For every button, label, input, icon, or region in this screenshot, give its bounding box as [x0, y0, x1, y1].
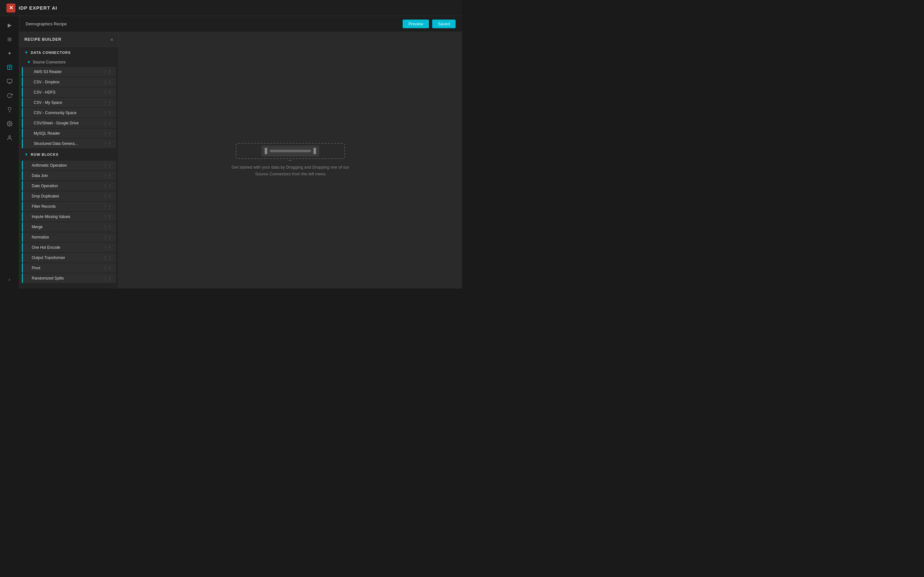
- connector-csv-google-drive[interactable]: CSV/Sheet - Google Drive ⋮⋮: [22, 118, 116, 128]
- recipe-name: Demographics Recipe: [26, 21, 67, 26]
- block-one-hot-encode-label: One Hot Encode: [32, 245, 60, 250]
- block-merge[interactable]: Merge ⋮⋮: [22, 222, 116, 232]
- recipe-builder-title: RECIPE BUILDER: [24, 37, 61, 42]
- block-drop-duplicates[interactable]: Drop Duplicates ⋮⋮: [22, 191, 116, 201]
- drag-handle: ⋮⋮: [103, 235, 112, 240]
- row-blocks-list: Arithmetic Operation ⋮⋮ Data Join ⋮⋮ Dat…: [19, 161, 118, 283]
- block-date-operation-label: Date Operation: [32, 184, 58, 188]
- nav-expand-icon[interactable]: ›: [4, 274, 15, 285]
- nav-star-icon[interactable]: ✦: [4, 47, 15, 59]
- block-filter-records-label: Filter Records: [32, 204, 56, 209]
- block-output-transformer-label: Output Transformer: [32, 255, 65, 260]
- block-date-operation[interactable]: Date Operation ⋮⋮: [22, 181, 116, 191]
- connector-structured-data-label: Structured Data Genera...: [34, 141, 78, 146]
- block-data-join[interactable]: Data Join ⋮⋮: [22, 171, 116, 181]
- hint-line1: Get started with your data by Dragging a…: [232, 164, 349, 171]
- subsection-source-connectors[interactable]: ▼ Source Connectors: [19, 58, 118, 66]
- recipe-sidebar: RECIPE BUILDER « ▼ DATA CONNECTORS ▼ Sou…: [19, 32, 119, 288]
- block-pivot[interactable]: Pivot ⋮⋮: [22, 263, 116, 273]
- svg-point-10: [9, 135, 11, 137]
- svg-rect-4: [7, 79, 12, 83]
- connector-aws-s3-label: AWS S3 Reader: [34, 69, 62, 74]
- header-actions: Preview Saved: [403, 19, 456, 28]
- block-arithmetic[interactable]: Arithmetic Operation ⋮⋮: [22, 161, 116, 170]
- dragging-block-content: [270, 150, 311, 152]
- saved-button[interactable]: Saved: [432, 19, 456, 28]
- connector-csv-myspace[interactable]: CSV - My Space ⋮⋮: [22, 98, 116, 107]
- drop-zone[interactable]: ↔: [236, 143, 345, 159]
- drag-handle: ⋮⋮: [103, 224, 112, 229]
- dragging-block-end: [313, 148, 316, 154]
- nav-user-icon[interactable]: [4, 132, 15, 143]
- section-data-connectors-label: DATA CONNECTORS: [31, 51, 71, 55]
- svg-point-9: [9, 123, 10, 125]
- drag-handle: ⋮⋮: [103, 100, 112, 105]
- connector-aws-s3[interactable]: AWS S3 Reader ⋮⋮: [22, 67, 116, 77]
- block-randomized-splits-label: Randomized Splits: [32, 276, 64, 280]
- drag-handle: ⋮⋮: [103, 214, 112, 219]
- block-data-join-label: Data Join: [32, 173, 48, 178]
- connector-mysql[interactable]: MySQL Reader ⋮⋮: [22, 129, 116, 138]
- block-pivot-label: Pivot: [32, 266, 40, 270]
- block-one-hot-encode[interactable]: One Hot Encode ⋮⋮: [22, 243, 116, 252]
- nav-monitor-icon[interactable]: [4, 76, 15, 87]
- connector-csv-hdfs-label: CSV - HDFS: [34, 90, 55, 95]
- connector-csv-dropbox-label: CSV - Dropbox: [34, 80, 60, 84]
- block-output-transformer[interactable]: Output Transformer ⋮⋮: [22, 253, 116, 263]
- drag-handle: ⋮⋮: [103, 163, 112, 168]
- nav-grid-icon[interactable]: ⊞: [4, 33, 15, 45]
- main-row: RECIPE BUILDER « ▼ DATA CONNECTORS ▼ Sou…: [19, 32, 462, 288]
- app-title: IDP EXPERT AI: [19, 5, 57, 11]
- app-logo: ✕: [6, 3, 15, 13]
- section-row-blocks[interactable]: ▼ ROW BLOCKS: [19, 149, 118, 160]
- source-connectors-label: Source Connectors: [33, 60, 66, 64]
- section-data-connectors[interactable]: ▼ DATA CONNECTORS: [19, 47, 118, 58]
- top-header: ✕ IDP EXPERT AI: [0, 0, 462, 16]
- block-arithmetic-label: Arithmetic Operation: [32, 163, 67, 168]
- source-connectors-list: AWS S3 Reader ⋮⋮ CSV - Dropbox ⋮⋮ CSV - …: [19, 67, 118, 148]
- nav-document-icon[interactable]: [4, 61, 15, 73]
- nav-play-icon[interactable]: ▶: [4, 19, 15, 31]
- block-impute-label: Impute Missing Values: [32, 214, 70, 219]
- preview-button[interactable]: Preview: [403, 19, 429, 28]
- canvas-hint: Get started with your data by Dragging a…: [232, 164, 349, 177]
- nav-gear-icon[interactable]: [4, 118, 15, 129]
- block-randomized-splits[interactable]: Randomized Splits ⋮⋮: [22, 274, 116, 283]
- connector-structured-data[interactable]: Structured Data Genera... ⋮⋮: [22, 139, 116, 148]
- recipe-builder-header: RECIPE BUILDER «: [19, 32, 118, 47]
- canvas-inner: ↔ Get started with your data by Dragging…: [232, 143, 349, 177]
- nav-refresh-icon[interactable]: [4, 90, 15, 101]
- drag-handle: ⋮⋮: [103, 141, 112, 146]
- icon-nav: ▶ ⊞ ✦: [0, 16, 19, 288]
- connector-csv-myspace-label: CSV - My Space: [34, 100, 62, 105]
- dragging-block-bar: [265, 148, 267, 154]
- connector-csv-community[interactable]: CSV - Community Space ⋮⋮: [22, 108, 116, 118]
- block-merge-label: Merge: [32, 225, 43, 229]
- drag-handle: ⋮⋮: [103, 266, 112, 271]
- connector-csv-community-label: CSV - Community Space: [34, 111, 76, 115]
- block-impute[interactable]: Impute Missing Values ⋮⋮: [22, 212, 116, 221]
- drag-handle: ⋮⋮: [103, 79, 112, 85]
- main-content: Demographics Recipe Preview Saved RECIPE…: [19, 16, 462, 288]
- nav-lightbulb-icon[interactable]: [4, 104, 15, 115]
- drag-handle: ⋮⋮: [103, 276, 112, 281]
- body-area: ▶ ⊞ ✦: [0, 16, 462, 288]
- drag-handle: ⋮⋮: [103, 204, 112, 209]
- caret-data-connectors: ▼: [24, 50, 28, 55]
- connector-csv-hdfs[interactable]: CSV - HDFS ⋮⋮: [22, 87, 116, 97]
- collapse-icon[interactable]: «: [110, 37, 113, 42]
- drag-handle: ⋮⋮: [103, 131, 112, 136]
- sub-header: Demographics Recipe Preview Saved: [19, 16, 462, 32]
- canvas-area[interactable]: ↔ Get started with your data by Dragging…: [119, 32, 462, 288]
- logo-area: ✕ IDP EXPERT AI: [6, 3, 57, 13]
- dragging-block: [262, 145, 319, 156]
- block-normalize[interactable]: Normalize ⋮⋮: [22, 232, 116, 242]
- drag-handle: ⋮⋮: [103, 193, 112, 199]
- drag-handle: ⋮⋮: [103, 121, 112, 126]
- logo-symbol: ✕: [9, 5, 13, 11]
- connector-csv-dropbox[interactable]: CSV - Dropbox ⋮⋮: [22, 77, 116, 87]
- block-filter-records[interactable]: Filter Records ⋮⋮: [22, 201, 116, 211]
- hint-line2: Source Connectors from the left menu: [232, 171, 349, 177]
- drag-handle: ⋮⋮: [103, 255, 112, 260]
- drag-handle: ⋮⋮: [103, 69, 112, 74]
